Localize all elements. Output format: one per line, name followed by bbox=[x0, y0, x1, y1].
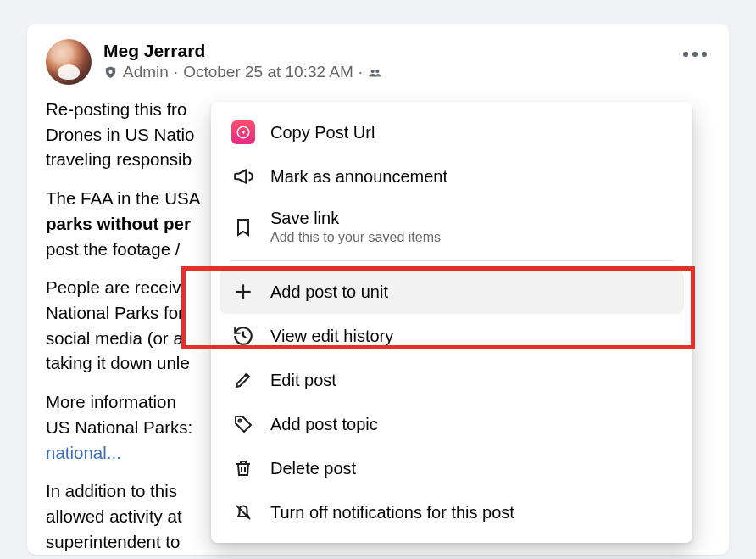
post-text-bold: parks without per bbox=[46, 214, 191, 233]
menu-save-link[interactable]: Save link Add this to your saved items bbox=[220, 198, 684, 255]
trash-icon bbox=[231, 456, 255, 480]
post-text: US National Parks: bbox=[46, 417, 192, 437]
post-text: Drones in US Natio bbox=[46, 125, 194, 144]
plus-icon bbox=[231, 280, 255, 304]
avatar[interactable] bbox=[46, 39, 92, 85]
history-icon bbox=[231, 324, 255, 348]
post-timestamp[interactable]: October 25 at 10:32 AM bbox=[183, 63, 353, 81]
tag-icon bbox=[231, 412, 255, 436]
menu-label: Turn off notifications for this post bbox=[270, 503, 514, 523]
svg-point-2 bbox=[375, 70, 379, 73]
post-link[interactable]: national... bbox=[46, 443, 121, 462]
menu-copy-url[interactable]: Copy Post Url bbox=[220, 110, 684, 154]
svg-point-0 bbox=[108, 70, 112, 73]
ellipsis-icon bbox=[683, 52, 707, 57]
post-text: People are receivi bbox=[46, 277, 185, 297]
svg-point-6 bbox=[239, 420, 242, 422]
post-text: taking it down unle bbox=[46, 353, 190, 372]
post-text: The FAA in the USA bbox=[46, 188, 200, 208]
menu-add-to-unit[interactable]: Add post to unit bbox=[220, 270, 684, 314]
post-text: In addition to this bbox=[46, 481, 177, 500]
post-options-button[interactable] bbox=[676, 36, 714, 73]
svg-point-1 bbox=[371, 70, 375, 73]
author-name[interactable]: Meg Jerrard bbox=[103, 41, 382, 61]
pencil-icon bbox=[231, 368, 255, 392]
author-role: Admin bbox=[123, 63, 169, 81]
menu-label: Copy Post Url bbox=[270, 123, 375, 143]
post-text: Re-posting this fro bbox=[46, 99, 186, 119]
post-text: superintendent to bbox=[46, 532, 180, 551]
meta-sep: · bbox=[359, 63, 363, 81]
bookmark-icon bbox=[231, 215, 255, 239]
meta-sep: · bbox=[174, 63, 178, 81]
menu-mark-announcement[interactable]: Mark as announcement bbox=[220, 154, 684, 198]
menu-label: Delete post bbox=[270, 459, 356, 478]
megaphone-icon bbox=[231, 165, 255, 188]
menu-add-topic[interactable]: Add post topic bbox=[220, 402, 684, 446]
menu-label: Edit post bbox=[270, 371, 336, 390]
post-text: traveling responsib bbox=[46, 149, 192, 169]
post-text: More information bbox=[46, 392, 176, 411]
menu-label: Add post topic bbox=[270, 415, 378, 434]
menu-label: Mark as announcement bbox=[270, 167, 447, 187]
post-options-menu: Copy Post Url Mark as announcement Save … bbox=[211, 102, 692, 543]
meta-line: Admin · October 25 at 10:32 AM · bbox=[103, 63, 382, 81]
menu-view-edit-history[interactable]: View edit history bbox=[220, 314, 684, 358]
menu-sublabel: Add this to your saved items bbox=[270, 230, 441, 245]
menu-turn-off-notifications[interactable]: Turn off notifications for this post bbox=[220, 490, 684, 534]
post-text: post the footage / bbox=[46, 239, 180, 259]
post-header: Meg Jerrard Admin · October 25 at 10:32 … bbox=[27, 39, 729, 85]
admin-shield-icon bbox=[103, 65, 118, 80]
menu-edit-post[interactable]: Edit post bbox=[220, 358, 684, 402]
post-text: social media (or a bbox=[46, 328, 183, 348]
menu-label: Add post to unit bbox=[270, 282, 388, 302]
group-privacy-icon[interactable] bbox=[368, 65, 382, 80]
menu-label: Save link bbox=[270, 209, 441, 228]
author-meta: Meg Jerrard Admin · October 25 at 10:32 … bbox=[103, 39, 382, 81]
post-text: allowed activity at bbox=[46, 506, 182, 526]
post-text: National Parks for bbox=[46, 303, 184, 322]
menu-delete-post[interactable]: Delete post bbox=[220, 446, 684, 490]
compass-icon bbox=[231, 120, 255, 144]
bell-off-icon bbox=[231, 500, 255, 524]
menu-divider bbox=[230, 260, 674, 261]
menu-label: View edit history bbox=[270, 327, 393, 346]
